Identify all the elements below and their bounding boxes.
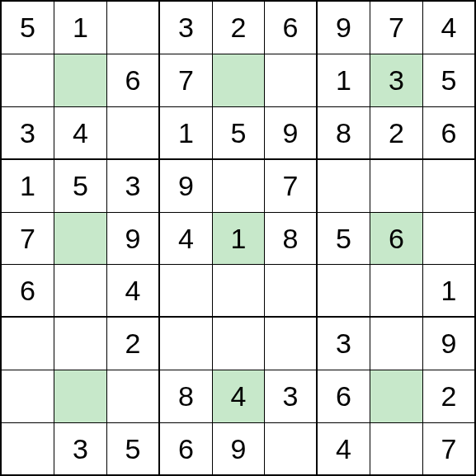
sudoku-cell-r5-c4[interactable] xyxy=(213,265,265,318)
sudoku-cell-r5-c8[interactable]: 1 xyxy=(423,265,476,318)
sudoku-cell-r5-c3[interactable] xyxy=(160,265,213,318)
sudoku-cell-r8-c8[interactable]: 7 xyxy=(423,423,476,476)
sudoku-cell-r4-c6[interactable]: 5 xyxy=(318,213,370,265)
sudoku-cell-r2-c0[interactable]: 3 xyxy=(2,107,54,160)
sudoku-cell-r0-c0[interactable]: 5 xyxy=(2,2,54,54)
sudoku-cell-r3-c2[interactable]: 3 xyxy=(107,160,160,213)
sudoku-cell-r8-c5[interactable] xyxy=(265,423,318,476)
sudoku-cell-r0-c2[interactable] xyxy=(107,2,160,54)
sudoku-cell-r1-c7[interactable]: 3 xyxy=(370,54,423,107)
sudoku-cell-r7-c8[interactable]: 2 xyxy=(423,370,476,423)
sudoku-cell-r3-c5[interactable]: 7 xyxy=(265,160,318,213)
sudoku-cell-r6-c2[interactable]: 2 xyxy=(107,318,160,370)
sudoku-cell-r0-c7[interactable]: 7 xyxy=(370,2,423,54)
sudoku-cell-r2-c4[interactable]: 5 xyxy=(213,107,265,160)
sudoku-board: 5132697467135341598261539779418566412398… xyxy=(0,0,476,476)
sudoku-cell-r7-c2[interactable] xyxy=(107,370,160,423)
sudoku-cell-r7-c5[interactable]: 3 xyxy=(265,370,318,423)
sudoku-cell-r4-c2[interactable]: 9 xyxy=(107,213,160,265)
sudoku-cell-r1-c8[interactable]: 5 xyxy=(423,54,476,107)
sudoku-cell-r0-c5[interactable]: 6 xyxy=(265,2,318,54)
sudoku-cell-r1-c2[interactable]: 6 xyxy=(107,54,160,107)
sudoku-cell-r3-c1[interactable]: 5 xyxy=(54,160,107,213)
sudoku-cell-r6-c5[interactable] xyxy=(265,318,318,370)
sudoku-cell-r2-c7[interactable]: 2 xyxy=(370,107,423,160)
sudoku-cell-r8-c4[interactable]: 9 xyxy=(213,423,265,476)
sudoku-cell-r3-c3[interactable]: 9 xyxy=(160,160,213,213)
sudoku-cell-r3-c4[interactable] xyxy=(213,160,265,213)
sudoku-cell-r1-c3[interactable]: 7 xyxy=(160,54,213,107)
sudoku-cell-r2-c8[interactable]: 6 xyxy=(423,107,476,160)
sudoku-cell-r8-c3[interactable]: 6 xyxy=(160,423,213,476)
sudoku-cell-r3-c6[interactable] xyxy=(318,160,370,213)
sudoku-cell-r4-c0[interactable]: 7 xyxy=(2,213,54,265)
sudoku-cell-r5-c1[interactable] xyxy=(54,265,107,318)
sudoku-cell-r8-c2[interactable]: 5 xyxy=(107,423,160,476)
sudoku-cell-r0-c6[interactable]: 9 xyxy=(318,2,370,54)
sudoku-cell-r4-c1[interactable] xyxy=(54,213,107,265)
sudoku-cell-r6-c4[interactable] xyxy=(213,318,265,370)
sudoku-cell-r6-c1[interactable] xyxy=(54,318,107,370)
sudoku-cell-r6-c8[interactable]: 9 xyxy=(423,318,476,370)
sudoku-cell-r2-c3[interactable]: 1 xyxy=(160,107,213,160)
sudoku-cell-r8-c1[interactable]: 3 xyxy=(54,423,107,476)
sudoku-cell-r8-c6[interactable]: 4 xyxy=(318,423,370,476)
sudoku-cell-r0-c4[interactable]: 2 xyxy=(213,2,265,54)
sudoku-cell-r6-c7[interactable] xyxy=(370,318,423,370)
sudoku-cell-r4-c4[interactable]: 1 xyxy=(213,213,265,265)
sudoku-cell-r5-c7[interactable] xyxy=(370,265,423,318)
sudoku-cell-r1-c5[interactable] xyxy=(265,54,318,107)
sudoku-cell-r5-c0[interactable]: 6 xyxy=(2,265,54,318)
sudoku-cell-r5-c6[interactable] xyxy=(318,265,370,318)
sudoku-cell-r2-c5[interactable]: 9 xyxy=(265,107,318,160)
sudoku-cell-r7-c0[interactable] xyxy=(2,370,54,423)
sudoku-cell-r0-c3[interactable]: 3 xyxy=(160,2,213,54)
sudoku-cell-r3-c0[interactable]: 1 xyxy=(2,160,54,213)
sudoku-cell-r1-c1[interactable] xyxy=(54,54,107,107)
sudoku-cell-r1-c0[interactable] xyxy=(2,54,54,107)
sudoku-cell-r6-c0[interactable] xyxy=(2,318,54,370)
sudoku-cell-r2-c1[interactable]: 4 xyxy=(54,107,107,160)
sudoku-cell-r7-c1[interactable] xyxy=(54,370,107,423)
sudoku-cell-r3-c8[interactable] xyxy=(423,160,476,213)
sudoku-cell-r4-c8[interactable] xyxy=(423,213,476,265)
sudoku-cell-r4-c7[interactable]: 6 xyxy=(370,213,423,265)
sudoku-cell-r6-c6[interactable]: 3 xyxy=(318,318,370,370)
sudoku-cell-r4-c5[interactable]: 8 xyxy=(265,213,318,265)
sudoku-cell-r7-c7[interactable] xyxy=(370,370,423,423)
sudoku-cell-r8-c7[interactable] xyxy=(370,423,423,476)
sudoku-cell-r1-c6[interactable]: 1 xyxy=(318,54,370,107)
sudoku-cell-r0-c8[interactable]: 4 xyxy=(423,2,476,54)
sudoku-cell-r2-c2[interactable] xyxy=(107,107,160,160)
sudoku-cell-r5-c2[interactable]: 4 xyxy=(107,265,160,318)
sudoku-cell-r0-c1[interactable]: 1 xyxy=(54,2,107,54)
sudoku-cell-r4-c3[interactable]: 4 xyxy=(160,213,213,265)
sudoku-cell-r7-c3[interactable]: 8 xyxy=(160,370,213,423)
sudoku-cell-r7-c4[interactable]: 4 xyxy=(213,370,265,423)
sudoku-cell-r3-c7[interactable] xyxy=(370,160,423,213)
sudoku-cell-r2-c6[interactable]: 8 xyxy=(318,107,370,160)
sudoku-cell-r7-c6[interactable]: 6 xyxy=(318,370,370,423)
sudoku-cell-r6-c3[interactable] xyxy=(160,318,213,370)
sudoku-cell-r8-c0[interactable] xyxy=(2,423,54,476)
sudoku-cell-r1-c4[interactable] xyxy=(213,54,265,107)
sudoku-cell-r5-c5[interactable] xyxy=(265,265,318,318)
